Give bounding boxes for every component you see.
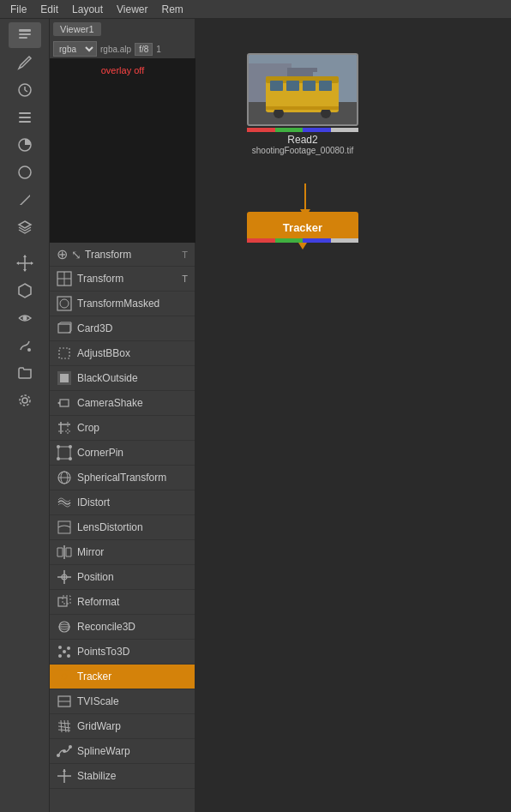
node-item-tviscale[interactable]: TVIScale [50, 689, 195, 714]
node-item-adjustbbox[interactable]: AdjustBBox [50, 341, 195, 366]
sidebar-icon-hexagon[interactable] [9, 278, 41, 304]
svg-rect-90 [303, 81, 316, 91]
icon-sidebar [0, 19, 50, 812]
sidebar-icon-layers[interactable] [9, 214, 41, 240]
node-item-stabilize[interactable]: Stabilize [50, 764, 195, 789]
menu-rem[interactable]: Rem [155, 2, 190, 17]
svg-marker-11 [19, 221, 31, 228]
sidebar-icon-paint[interactable] [9, 333, 41, 358]
sidebar-icon-pie[interactable] [9, 132, 41, 158]
node-item-label: Reconcile3D [77, 621, 188, 633]
sidebar-icon-brush[interactable] [9, 50, 41, 75]
camera_shake-icon [57, 395, 72, 411]
tviscale-icon [57, 694, 72, 709]
read2-label: Read2 [287, 134, 317, 146]
reformat-icon [57, 594, 72, 610]
node-graph[interactable]: Read2 shootingFootage_00080.tif Tracker [195, 19, 511, 812]
node-item-label: GridWarp [77, 720, 188, 732]
node-item-cornerpin[interactable]: CornerPin [50, 441, 195, 466]
tracker-node[interactable]: Tracker [247, 212, 358, 250]
viewer-canvas: overlay off [50, 58, 195, 243]
node-item-label: Tracker [77, 671, 188, 683]
sidebar-icon-lines[interactable] [9, 105, 41, 130]
node-item-position[interactable]: Position [50, 565, 195, 590]
svg-marker-80 [63, 769, 66, 772]
node-item-splinewarp[interactable]: SplineWarp [50, 739, 195, 764]
node-item-label: Mirror [77, 546, 188, 558]
tracker-color-strip [247, 238, 358, 243]
svg-rect-0 [19, 29, 31, 32]
corner_pin-icon [57, 445, 72, 460]
move-all-icon[interactable]: ⊕ [57, 246, 68, 262]
svg-marker-16 [16, 262, 19, 265]
svg-rect-29 [59, 348, 69, 358]
menu-layout[interactable]: Layout [65, 2, 110, 17]
tracker-label: Tracker [283, 221, 322, 234]
adjust_bbox-icon [57, 346, 72, 361]
read2-image [247, 53, 358, 126]
svg-rect-8 [19, 121, 31, 123]
menu-edit[interactable]: Edit [33, 2, 65, 17]
overlay-off-label: overlay off [101, 65, 145, 75]
points_to_3d-icon [57, 644, 72, 659]
color-channel-select[interactable]: rgba rgb alpha [53, 41, 97, 57]
sidebar-icon-pen[interactable] [9, 187, 41, 213]
sidebar-icon-gear[interactable] [9, 388, 41, 413]
svg-rect-7 [19, 117, 31, 118]
sidebar-icon-eye[interactable] [9, 305, 41, 331]
node-item-camerashake[interactable]: CameraShake [50, 391, 195, 416]
read2-node[interactable]: Read2 shootingFootage_00080.tif [247, 53, 358, 155]
svg-point-27 [60, 299, 69, 308]
node-item-mirror[interactable]: Mirror [50, 540, 195, 565]
svg-rect-94 [266, 106, 339, 110]
node-item-transform[interactable]: TransformT [50, 267, 195, 292]
sidebar-icon-circle[interactable] [9, 159, 41, 185]
svg-point-75 [57, 754, 60, 757]
transform_masked-icon [57, 296, 72, 311]
menu-file[interactable]: File [3, 2, 33, 17]
section-transform-label: Transform [85, 249, 178, 261]
node-item-label: TransformMasked [77, 298, 188, 310]
svg-point-40 [69, 445, 72, 448]
node-item-crop[interactable]: Crop [50, 416, 195, 441]
node-item-transformmasked[interactable]: TransformMasked [50, 292, 195, 316]
menu-viewer[interactable]: Viewer [110, 2, 154, 17]
node-item-label: Stabilize [77, 770, 188, 782]
sidebar-icon-folder[interactable] [9, 360, 41, 386]
node-item-blackoutside[interactable]: BlackOutside [50, 366, 195, 391]
svg-point-39 [57, 445, 60, 448]
node-item-reconcile3d[interactable]: Reconcile3D [50, 615, 195, 640]
svg-rect-91 [319, 81, 332, 91]
sidebar-icon-clock[interactable] [9, 77, 41, 103]
svg-point-60 [58, 654, 62, 658]
node-list: TransformTTransformMaskedCard3DAdjustBBo… [50, 267, 195, 812]
node-shortcut: T [182, 274, 188, 284]
frame-display: 1 [156, 45, 161, 54]
mirror-icon [57, 544, 72, 560]
node-item-pointsto3d[interactable]: PointsTo3D [50, 640, 195, 665]
svg-line-5 [25, 90, 27, 92]
node-item-gridwarp[interactable]: GridWarp [50, 714, 195, 739]
viewer-tab[interactable]: Viewer1 [53, 22, 101, 36]
sidebar-icon-move[interactable] [9, 250, 41, 276]
sidebar-icon-pointer[interactable] [9, 22, 41, 48]
viewer-controls: rgba rgb alpha rgba.alp f/8 1 [50, 39, 195, 58]
tracker-box[interactable]: Tracker [247, 212, 358, 243]
node-item-lensdistortion[interactable]: LensDistortion [50, 515, 195, 540]
node-item-idistort[interactable]: IDistort [50, 490, 195, 515]
node-item-tracker[interactable]: Tracker [50, 665, 195, 689]
svg-rect-31 [60, 374, 69, 382]
svg-marker-33 [57, 401, 60, 405]
fps-display: f/8 [135, 43, 153, 56]
svg-point-61 [67, 654, 70, 658]
node-item-reformat[interactable]: Reformat [50, 590, 195, 615]
node-item-sphericaltransform[interactable]: SphericalTransform [50, 466, 195, 490]
svg-rect-32 [60, 400, 69, 406]
svg-rect-38 [58, 447, 70, 459]
black_outside-icon [57, 370, 72, 386]
svg-marker-14 [23, 255, 27, 257]
svg-point-62 [63, 650, 66, 653]
node-item-card3d[interactable]: Card3D [50, 316, 195, 341]
svg-marker-49 [66, 548, 71, 556]
node-item-label: CameraShake [77, 397, 188, 409]
